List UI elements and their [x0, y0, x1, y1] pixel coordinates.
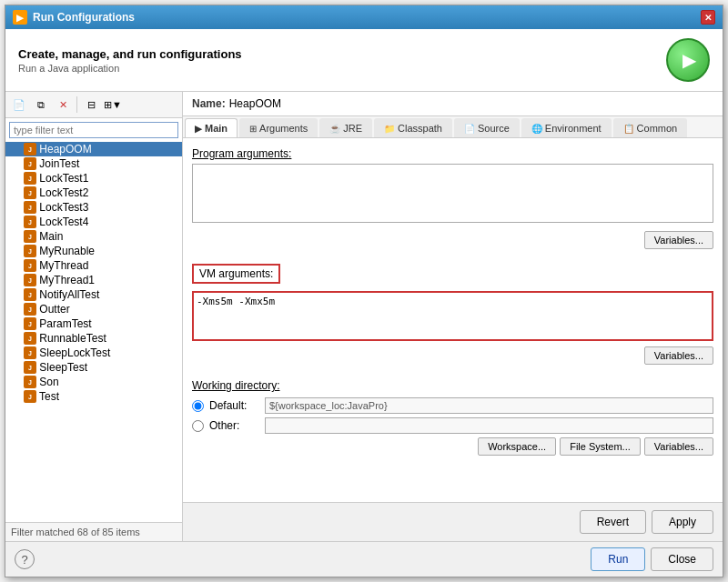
program-args-textarea[interactable]	[192, 164, 713, 223]
tree-item[interactable]: J NotifyAllTest	[5, 287, 182, 302]
other-dir-input[interactable]	[265, 417, 713, 434]
vm-args-input[interactable]: -Xms5m -Xmx5m	[192, 291, 713, 341]
workspace-button[interactable]: Workspace...	[478, 437, 556, 456]
new-config-button[interactable]: 📄	[9, 95, 29, 115]
tree-item[interactable]: J Test	[5, 389, 182, 404]
java-icon: J	[24, 259, 36, 272]
tree-item[interactable]: J SleepTest	[5, 360, 182, 375]
tab-common[interactable]: 📋 Common	[613, 118, 688, 137]
tab-classpath-label: Classpath	[398, 123, 442, 134]
help-button[interactable]: ?	[15, 549, 35, 569]
java-icon: J	[24, 245, 36, 257]
source-tab-icon: 📄	[464, 124, 475, 134]
environment-tab-icon: 🌐	[531, 124, 542, 134]
filesystem-button[interactable]: File System...	[560, 437, 641, 456]
tree-item[interactable]: J SleepLockTest	[5, 346, 182, 360]
tree-list: J HeapOOM J JoinTest J LockTest1 J LockT…	[5, 142, 182, 522]
program-args-variables-button[interactable]: Variables...	[644, 231, 713, 249]
java-icon: J	[24, 346, 36, 359]
tree-item[interactable]: J HeapOOM	[5, 142, 182, 156]
java-icon: J	[24, 274, 36, 286]
java-icon: J	[24, 361, 36, 374]
vm-args-value: -Xms5m -Xmx5m	[197, 296, 275, 307]
classpath-tab-icon: 📁	[384, 124, 395, 134]
tree-item[interactable]: J MyThread	[5, 258, 182, 273]
default-dir-input[interactable]	[265, 397, 713, 414]
java-icon: J	[24, 303, 36, 316]
tree-item[interactable]: J Outter	[5, 302, 182, 316]
tree-item[interactable]: J Main	[5, 229, 182, 244]
tree-item[interactable]: J LockTest3	[5, 200, 182, 215]
close-window-button[interactable]: ✕	[701, 10, 715, 25]
run-icon[interactable]	[666, 38, 710, 82]
main-tab-icon: ▶	[195, 124, 202, 134]
header-text: Create, manage, and run configurations R…	[18, 47, 242, 74]
tab-arguments[interactable]: ⊞ Arguments	[239, 118, 318, 137]
footer-buttons: Run Close	[591, 547, 713, 571]
arguments-tab-icon: ⊞	[249, 124, 257, 134]
tree-item[interactable]: J JoinTest	[5, 156, 182, 171]
tab-arguments-label: Arguments	[259, 123, 308, 134]
name-label: Name:	[192, 97, 226, 110]
jre-tab-icon: ☕	[329, 124, 340, 134]
run-button[interactable]: Run	[591, 547, 645, 571]
java-icon: J	[24, 390, 36, 403]
dir-buttons: Workspace... File System... Variables...	[192, 437, 713, 456]
tab-jre-label: JRE	[343, 123, 362, 134]
other-radio-label: Other:	[209, 419, 259, 432]
filter-input[interactable]	[9, 122, 178, 138]
tree-item[interactable]: J RunnableTest	[5, 331, 182, 346]
java-icon: J	[24, 288, 36, 301]
java-icon: J	[24, 186, 36, 199]
apply-button[interactable]: Apply	[652, 510, 713, 534]
title-bar: ▶ Run Configurations ✕	[5, 5, 723, 29]
default-radio[interactable]	[192, 400, 204, 412]
tree-item[interactable]: J MyRunable	[5, 244, 182, 258]
tab-source[interactable]: 📄 Source	[454, 118, 520, 137]
tree-item[interactable]: J LockTest1	[5, 171, 182, 186]
revert-button[interactable]: Revert	[580, 510, 646, 534]
java-icon: J	[24, 332, 36, 345]
java-icon: J	[24, 143, 36, 156]
default-radio-row: Default:	[192, 397, 713, 414]
tree-item[interactable]: J LockTest2	[5, 186, 182, 200]
java-icon: J	[24, 172, 36, 185]
duplicate-config-button[interactable]: ⧉	[31, 95, 51, 115]
tab-classpath[interactable]: 📁 Classpath	[374, 118, 452, 137]
java-icon: J	[24, 317, 36, 330]
name-value: HeapOOM	[229, 97, 281, 110]
sidebar: 📄 ⧉ ✕ ⊟ ⊞▼ J HeapOOM J JoinTest J LockTe…	[5, 92, 183, 541]
working-dir-label: Working directory:	[192, 379, 713, 392]
collapse-button[interactable]: ⊞▼	[103, 95, 123, 115]
tree-item[interactable]: J Son	[5, 375, 182, 389]
tab-environment[interactable]: 🌐 Environment	[521, 118, 612, 137]
right-panel: Name: HeapOOM ▶ Main ⊞ Arguments ☕ JRE 📁	[183, 92, 723, 541]
sidebar-toolbar: 📄 ⧉ ✕ ⊟ ⊞▼	[5, 92, 182, 118]
name-bar: Name: HeapOOM	[183, 92, 723, 116]
footer-bar: ? Run Close	[5, 541, 723, 577]
tree-item[interactable]: J LockTest4	[5, 215, 182, 229]
program-args-label: Program arguments:	[192, 147, 713, 160]
header-title: Create, manage, and run configurations	[18, 47, 242, 61]
vm-args-variables-button[interactable]: Variables...	[644, 346, 713, 365]
tab-main-label: Main	[205, 123, 228, 134]
tabs-bar: ▶ Main ⊞ Arguments ☕ JRE 📁 Classpath 📄	[183, 116, 723, 138]
filter-button[interactable]: ⊟	[81, 95, 101, 115]
java-icon: J	[24, 201, 36, 214]
other-radio[interactable]	[192, 420, 204, 432]
tree-item[interactable]: J MyThread1	[5, 273, 182, 287]
tab-content-main: Program arguments: Variables... VM argum…	[183, 138, 723, 502]
java-icon: J	[24, 157, 36, 170]
tree-item[interactable]: J ParamTest	[5, 316, 182, 331]
dir-variables-button[interactable]: Variables...	[644, 437, 713, 456]
tab-jre[interactable]: ☕ JRE	[319, 118, 372, 137]
dialog-title: Run Configurations	[33, 11, 135, 24]
java-icon: J	[24, 376, 36, 388]
header-subtitle: Run a Java application	[18, 63, 242, 74]
tab-main[interactable]: ▶ Main	[185, 118, 238, 137]
delete-config-button[interactable]: ✕	[53, 95, 73, 115]
working-dir-section: Working directory: Default: Other: Works…	[192, 379, 713, 456]
close-button[interactable]: Close	[651, 547, 713, 571]
default-radio-label: Default:	[209, 399, 259, 412]
tab-common-label: Common	[637, 123, 678, 134]
